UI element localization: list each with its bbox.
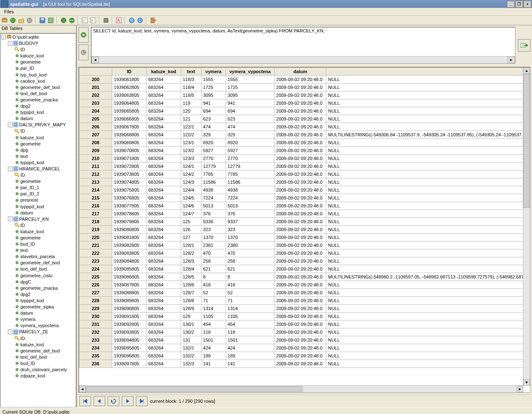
cell-katuze-kod[interactable]: 683264 xyxy=(146,170,181,178)
cell-vymera[interactable]: 7785 xyxy=(201,170,226,178)
grid-header[interactable]: katuze_kod xyxy=(146,68,181,76)
cell-katuze-kod[interactable]: 683264 xyxy=(146,352,181,360)
cell-katuze-kod[interactable]: 683264 xyxy=(146,257,181,265)
tree-column[interactable]: text_def_bod xyxy=(15,266,76,272)
grid-header[interactable]: vymera xyxy=(201,68,226,76)
cell-katuze-kod[interactable]: 683264 xyxy=(146,273,181,281)
cell-text[interactable]: 123/2 xyxy=(181,147,201,155)
cell-datum[interactable]: 2009-09-02 09:20:48.0 xyxy=(274,155,326,163)
cell-vymera[interactable]: 329 xyxy=(201,131,226,139)
grid-header[interactable] xyxy=(79,68,112,76)
results-grid[interactable]: IDkatuze_kodtextvymeravymera_vypoctenada… xyxy=(79,67,530,393)
cell-text[interactable]: 128/3 xyxy=(181,257,201,265)
row-header[interactable]: 211 xyxy=(79,163,112,170)
cell-katuze-kod[interactable]: 683264 xyxy=(146,139,181,147)
scroll-left-icon[interactable]: ◄ xyxy=(79,386,86,392)
cell-katuze-kod[interactable]: 683264 xyxy=(146,281,181,289)
execute-sql-button[interactable] xyxy=(79,27,89,43)
cell-vymera-vypoctena[interactable]: 694 xyxy=(226,107,274,115)
cell-datum[interactable]: 2009-09-02 09:20:48.0 xyxy=(274,178,326,186)
tree-column[interactable]: geometrie xyxy=(15,140,76,147)
cell-vymera[interactable]: 418 xyxy=(201,281,226,289)
cell-geom[interactable]: NULL xyxy=(326,226,530,234)
cell-vymera-vypoctena[interactable]: 1725 xyxy=(226,84,274,91)
cell-katuze-kod[interactable]: 683264 xyxy=(146,155,181,163)
cell-geom[interactable]: NULL xyxy=(326,194,530,202)
cell-katuze-kod[interactable]: 683264 xyxy=(146,107,181,115)
table-row[interactable]: 2251939086805683264128/5882009-09-02 09:… xyxy=(79,273,530,281)
grid-vscrollbar[interactable]: ▲ ▼ xyxy=(523,67,530,386)
table-row[interactable]: 2241939085805683264128/46216212009-09-02… xyxy=(79,265,530,273)
row-header[interactable]: 216 xyxy=(79,202,112,210)
cell-vymera[interactable]: 1501 xyxy=(201,336,226,344)
cell-katuze-kod[interactable]: 683264 xyxy=(146,218,181,226)
cell-text[interactable]: 124/7 xyxy=(181,210,201,218)
cell-katuze-kod[interactable]: 683264 xyxy=(146,344,181,352)
cell-vymera-vypoctena[interactable]: 323 xyxy=(226,226,274,234)
cell-geom[interactable]: NULL xyxy=(326,202,530,210)
cell-id[interactable]: 1939097805 xyxy=(112,360,146,368)
tree-column[interactable]: geometrie_cislo xyxy=(15,272,76,278)
history-sql-button[interactable] xyxy=(79,44,89,60)
tree-column[interactable]: vymera_vypoctena xyxy=(15,322,76,328)
cell-datum[interactable]: 2009-09-02 09:20:48.0 xyxy=(274,313,326,320)
cell-vymera-vypoctena[interactable]: 141 xyxy=(226,360,274,368)
tree-table[interactable]: -BUDOVYIDkatuze_kodgeometriepar_IDtyp_bu… xyxy=(8,40,76,121)
cell-geom[interactable]: NULL xyxy=(326,76,530,84)
cell-datum[interactable]: 2009-09-02 09:20:48.0 xyxy=(274,131,326,139)
tree-table[interactable]: -DALSI_PRVKY_MAPYIDkatuze_kodgeometriedp… xyxy=(8,121,76,165)
cell-vymera-vypoctena[interactable]: 4938 xyxy=(226,186,274,194)
cell-vymera-vypoctena[interactable]: 1314 xyxy=(226,305,274,313)
grid-header[interactable]: ID xyxy=(112,68,146,76)
cell-katuze-kod[interactable]: 683264 xyxy=(146,131,181,139)
row-header[interactable]: 209 xyxy=(79,147,112,155)
cell-katuze-kod[interactable]: 683264 xyxy=(146,194,181,202)
cell-vymera[interactable]: 2770 xyxy=(201,155,226,163)
cell-id[interactable]: 1939080805 xyxy=(112,226,146,234)
cell-vymera-vypoctena[interactable]: 8920 xyxy=(226,139,274,147)
cell-vymera-vypoctena[interactable]: 118 xyxy=(226,328,274,336)
tree-column[interactable]: par_ID_1 xyxy=(15,184,76,190)
row-header[interactable]: 227 xyxy=(79,289,112,297)
tree-column[interactable]: katuze_kod xyxy=(15,52,76,59)
row-header[interactable]: 210 xyxy=(79,155,112,163)
tree-column[interactable]: geometrie xyxy=(15,234,76,241)
cell-vymera-vypoctena[interactable]: 11586 xyxy=(226,178,274,186)
cell-vymera-vypoctena[interactable]: 71 xyxy=(226,297,274,305)
row-header[interactable]: 223 xyxy=(79,257,112,265)
row-header[interactable]: 212 xyxy=(79,170,112,178)
hscroll-thumb[interactable] xyxy=(86,386,303,392)
cell-text[interactable]: 121 xyxy=(181,115,201,123)
cell-vymera[interactable]: 1370 xyxy=(201,234,226,242)
sql2-icon[interactable]: S xyxy=(89,17,97,24)
cell-text[interactable]: 132/1 xyxy=(181,344,201,352)
cell-text[interactable]: 118/4 xyxy=(181,84,201,91)
web-icon[interactable] xyxy=(60,17,67,24)
row-header[interactable]: 232 xyxy=(79,328,112,336)
grid-header[interactable]: text xyxy=(181,68,201,76)
row-header[interactable]: 203 xyxy=(79,99,112,107)
cell-datum[interactable]: 2009-09-02 09:20:48.0 xyxy=(274,289,326,297)
cell-text[interactable]: 128/1 xyxy=(181,242,201,249)
cell-datum[interactable]: 2009-09-02 09:20:48.0 xyxy=(274,210,326,218)
cell-geom[interactable]: NULL xyxy=(326,123,530,131)
tree-column[interactable]: par_ID xyxy=(15,65,76,71)
cell-id[interactable]: 1939088805 xyxy=(112,289,146,297)
cell-vymera-vypoctena[interactable]: 1105 xyxy=(226,313,274,320)
tree-column[interactable]: geometrie_def_bod xyxy=(15,84,76,90)
cell-id[interactable]: 1939063805 xyxy=(112,91,146,99)
cell-vymera[interactable]: 1555 xyxy=(201,76,226,84)
cell-datum[interactable]: 2009-09-02 09:20:48.0 xyxy=(274,115,326,123)
cell-id[interactable]: 1939081805 xyxy=(112,234,146,242)
row-header[interactable]: 225 xyxy=(79,273,112,281)
cell-vymera[interactable]: 694 xyxy=(201,107,226,115)
table-row[interactable]: 21919390808056832641263233232009-09-02 0… xyxy=(79,226,530,234)
cell-id[interactable]: 1939096805 xyxy=(112,352,146,360)
cell-text[interactable]: 124/1 xyxy=(181,163,201,170)
row-header[interactable]: 207 xyxy=(79,131,112,139)
cell-datum[interactable]: 2009-09-02 09:20:48.0 xyxy=(274,297,326,305)
scroll-down-icon[interactable]: ▼ xyxy=(523,379,530,386)
tree-column[interactable]: ID xyxy=(15,335,76,341)
table-row[interactable]: 2111939072805683264124/112779127792009-0… xyxy=(79,163,530,170)
cell-katuze-kod[interactable]: 683264 xyxy=(146,210,181,218)
